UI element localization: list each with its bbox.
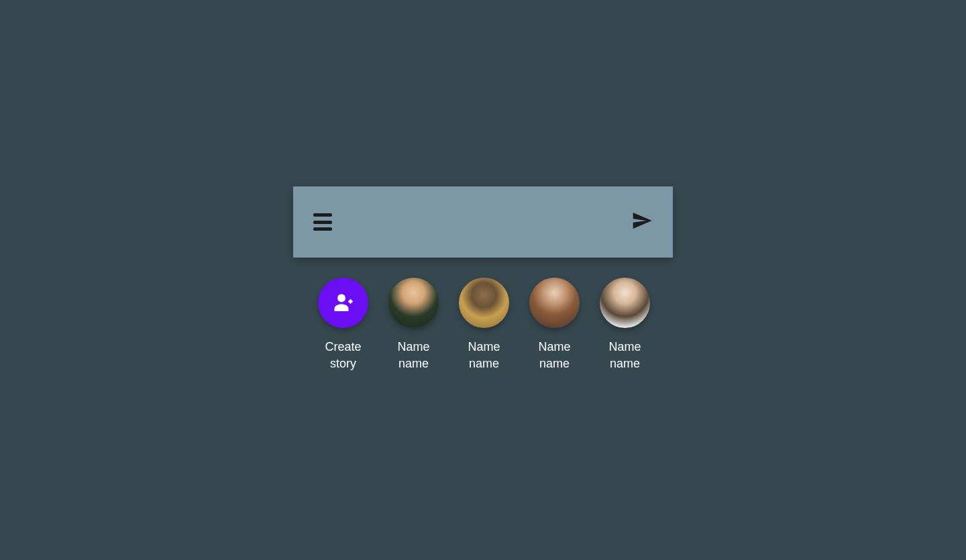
create-story-label: Create story (325, 339, 361, 372)
header-bar (293, 186, 673, 258)
story-item[interactable]: Name name (459, 278, 509, 372)
avatar (529, 278, 580, 328)
story-item[interactable]: Name name (388, 278, 439, 372)
create-story-button[interactable]: Create story (318, 278, 368, 372)
stories-row: Create story Name name Name name Name na… (293, 278, 673, 372)
story-item-label: Name name (608, 339, 641, 372)
avatar (459, 278, 509, 328)
menu-button[interactable] (313, 213, 332, 231)
story-item-label: Name name (538, 339, 570, 372)
story-item[interactable]: Name name (529, 278, 580, 372)
svg-point-0 (337, 294, 345, 302)
avatar (388, 278, 439, 328)
story-item-label: Name name (397, 339, 429, 372)
story-item[interactable]: Name name (600, 278, 650, 372)
avatar (600, 278, 650, 328)
story-item-label: Name name (468, 339, 500, 372)
hamburger-icon (313, 213, 332, 231)
send-button[interactable] (631, 210, 653, 234)
paper-plane-icon (631, 210, 653, 234)
create-story-circle (318, 278, 368, 328)
user-plus-icon (331, 291, 356, 315)
